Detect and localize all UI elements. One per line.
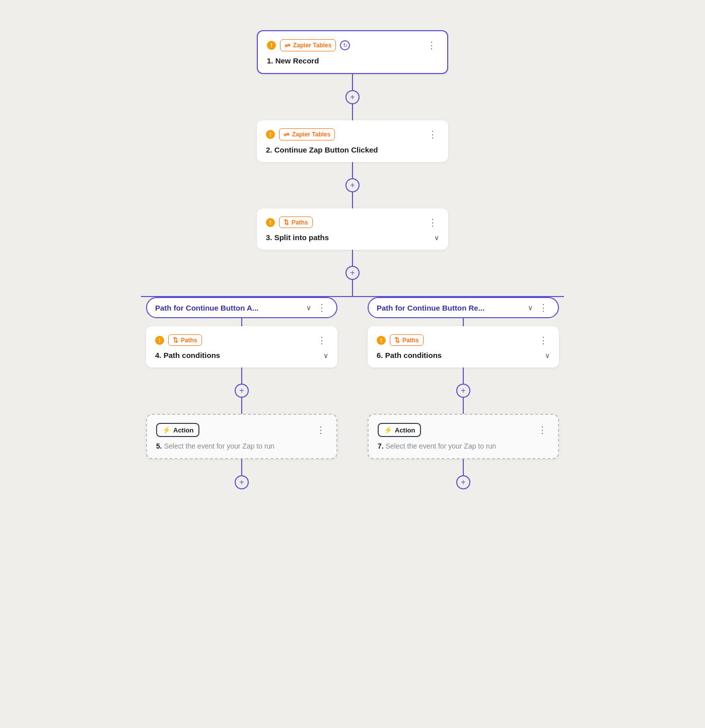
- connector-a-top: [241, 318, 242, 326]
- node-4-card[interactable]: ! ⇅ Paths ⋮ 4. Path conditions ∨: [146, 326, 337, 368]
- connector-b-top: [463, 318, 464, 326]
- line-v-8: [241, 398, 242, 414]
- branch-a-controls: ∨ ⋮: [306, 302, 328, 313]
- line-v-4: [352, 192, 353, 208]
- add-step-7[interactable]: +: [456, 475, 470, 489]
- branch-b: Path for Continue Button Re... ∨ ⋮: [368, 297, 559, 489]
- node-1-card[interactable]: ! ⇌ Zapier Tables ↻ ⋮ 1. New Record: [257, 30, 448, 74]
- paths-badge-4: ⇅ Paths: [168, 334, 202, 346]
- paths-icon-3: ⇅: [284, 219, 289, 226]
- warning-icon-6: !: [377, 336, 386, 345]
- connector-7-bottom: +: [456, 459, 470, 489]
- line-v-11: [463, 398, 464, 414]
- more-menu-4[interactable]: ⋮: [315, 335, 328, 346]
- node-1-title: 1. New Record: [267, 56, 438, 65]
- paths-badge-3: ⇅ Paths: [279, 216, 313, 228]
- zt-icon-2: ⇌: [284, 130, 290, 138]
- more-menu-5[interactable]: ⋮: [314, 424, 327, 435]
- branches-row: Path for Continue Button A... ∨ ⋮: [126, 297, 579, 489]
- branch-b-header[interactable]: Path for Continue Button Re... ∨ ⋮: [368, 297, 559, 318]
- connector-4-5: +: [235, 368, 249, 414]
- chevron-6[interactable]: ∨: [545, 351, 550, 359]
- action-badge-7: ⚡ Action: [378, 423, 421, 437]
- add-step-5[interactable]: +: [235, 475, 249, 489]
- branch-a-header[interactable]: Path for Continue Button A... ∨ ⋮: [146, 297, 337, 318]
- chevron-4[interactable]: ∨: [323, 351, 328, 359]
- node-5-step: 5.: [156, 442, 162, 450]
- zapier-tables-badge-1: ⇌ Zapier Tables: [280, 39, 336, 51]
- line-v-12: [463, 459, 464, 475]
- line-v-2: [352, 104, 353, 120]
- more-menu-7[interactable]: ⋮: [536, 424, 549, 435]
- add-step-4[interactable]: +: [235, 384, 249, 398]
- paths-badge-6: ⇅ Paths: [390, 334, 424, 346]
- add-step-3[interactable]: +: [345, 266, 360, 280]
- refresh-icon-1[interactable]: ↻: [340, 40, 350, 50]
- zapier-tables-badge-2: ⇌ Zapier Tables: [279, 128, 335, 140]
- zt-icon-1: ⇌: [285, 41, 291, 49]
- line-b-1: [463, 318, 464, 326]
- branch-a: Path for Continue Button A... ∨ ⋮: [146, 297, 337, 489]
- flow-canvas: ! ⇌ Zapier Tables ↻ ⋮ 1. New Record + !: [0, 30, 705, 489]
- action-badge-5: ⚡ Action: [156, 423, 199, 437]
- add-step-2[interactable]: +: [345, 178, 360, 192]
- warning-icon-3: !: [266, 218, 275, 227]
- line-a-1: [241, 318, 242, 326]
- node-6-card[interactable]: ! ⇅ Paths ⋮ 6. Path conditions ∨: [368, 326, 559, 368]
- connector-3-split: +: [345, 250, 360, 296]
- node-6-title: 6. Path conditions: [377, 351, 442, 359]
- branch-a-chevron[interactable]: ∨: [306, 304, 311, 312]
- branch-b-more[interactable]: ⋮: [537, 302, 550, 313]
- more-menu-1[interactable]: ⋮: [425, 40, 438, 51]
- line-v-5: [352, 250, 353, 266]
- warning-icon-2: !: [266, 130, 275, 139]
- connector-5-bottom: +: [235, 459, 249, 489]
- node-4-title: 4. Path conditions: [155, 351, 220, 359]
- node-2-card[interactable]: ! ⇌ Zapier Tables ⋮ 2. Continue Zap Butt…: [257, 120, 448, 162]
- add-step-1[interactable]: +: [345, 90, 360, 104]
- more-menu-3[interactable]: ⋮: [426, 217, 439, 228]
- node-7-card[interactable]: ⚡ Action ⋮ 7. Select the event for your …: [368, 414, 559, 459]
- more-menu-2[interactable]: ⋮: [426, 129, 439, 140]
- node-5-card[interactable]: ⚡ Action ⋮ 5. Select the event for your …: [146, 414, 337, 459]
- node-2-title: 2. Continue Zap Button Clicked: [266, 145, 439, 154]
- line-v-1: [352, 74, 353, 90]
- action-icon-7: ⚡: [384, 426, 392, 434]
- connector-1-2: +: [345, 74, 360, 120]
- node-3-card[interactable]: ! ⇅ Paths ⋮ 3. Split into paths ∨: [257, 208, 448, 250]
- branch-b-chevron[interactable]: ∨: [528, 304, 533, 312]
- line-v-7: [241, 368, 242, 384]
- node-7-step: 7.: [378, 442, 384, 450]
- line-v-10: [463, 368, 464, 384]
- add-step-6[interactable]: +: [456, 384, 470, 398]
- warning-icon-4: !: [155, 336, 164, 345]
- connector-6-7: +: [456, 368, 470, 414]
- connector-2-3: +: [345, 162, 360, 208]
- branch-b-controls: ∨ ⋮: [528, 302, 550, 313]
- warning-icon-1: !: [267, 41, 276, 50]
- line-v-9: [241, 459, 242, 475]
- line-v-6: [352, 280, 353, 296]
- branch-a-more[interactable]: ⋮: [315, 302, 328, 313]
- action-icon-5: ⚡: [162, 426, 171, 434]
- branch-a-title: Path for Continue Button A...: [155, 304, 258, 312]
- node-7-subtitle: Select the event for your Zap to run: [386, 442, 496, 450]
- node-5-subtitle: Select the event for your Zap to run: [164, 442, 274, 450]
- line-v-3: [352, 162, 353, 178]
- branches-container: Path for Continue Button A... ∨ ⋮: [126, 296, 579, 489]
- paths-icon-4: ⇅: [173, 336, 178, 344]
- more-menu-6[interactable]: ⋮: [537, 335, 550, 346]
- branch-b-title: Path for Continue Button Re...: [377, 304, 484, 312]
- paths-icon-6: ⇅: [394, 336, 400, 344]
- chevron-3[interactable]: ∨: [434, 234, 439, 242]
- node-3-title: 3. Split into paths: [266, 233, 329, 242]
